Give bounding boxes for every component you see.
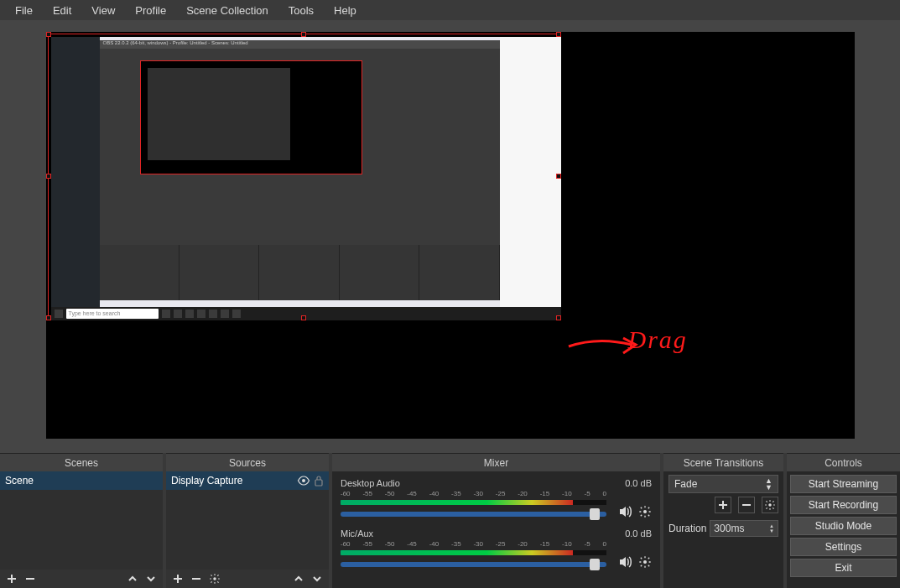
studio-mode-button[interactable]: Studio Mode bbox=[790, 517, 897, 535]
taskbar-search: Type here to search bbox=[66, 309, 159, 319]
resize-handle-br[interactable] bbox=[556, 315, 561, 320]
move-scene-up-button[interactable] bbox=[126, 572, 139, 585]
scenes-header: Scenes bbox=[0, 453, 163, 471]
transition-select[interactable]: Fade ▲▼ bbox=[668, 475, 778, 493]
menu-tools[interactable]: Tools bbox=[278, 2, 324, 19]
settings-button[interactable]: Settings bbox=[790, 538, 897, 556]
add-source-button[interactable] bbox=[171, 572, 185, 585]
speaker-icon[interactable] bbox=[618, 555, 632, 569]
volume-slider-track[interactable] bbox=[341, 512, 606, 517]
meter-ticks: -60-55-50-45-40-35-30-25-20-15-10-50 bbox=[341, 540, 606, 548]
source-item[interactable]: Display Capture bbox=[166, 471, 329, 490]
scenes-panel: Scenes Scene bbox=[0, 453, 163, 588]
lock-icon[interactable] bbox=[314, 475, 324, 487]
mixer-header: Mixer bbox=[332, 453, 660, 471]
duration-value: 300ms bbox=[714, 523, 744, 534]
speaker-icon[interactable] bbox=[618, 505, 632, 518]
menu-profile[interactable]: Profile bbox=[125, 2, 176, 19]
start-recording-button[interactable]: Start Recording bbox=[790, 496, 897, 514]
nested-obs-preview-2 bbox=[148, 68, 290, 160]
gear-icon[interactable] bbox=[638, 555, 652, 569]
scene-item[interactable]: Scene bbox=[0, 471, 163, 490]
mixer-body: Desktop Audio 0.0 dB -60-55-50-45-40-35-… bbox=[332, 471, 660, 588]
source-properties-button[interactable] bbox=[208, 572, 221, 585]
volume-slider-knob[interactable] bbox=[590, 559, 600, 570]
volume-meter-off bbox=[573, 500, 606, 505]
spinner-buttons[interactable]: ▲▼ bbox=[769, 523, 774, 533]
transitions-body: Fade ▲▼ Duration 300ms ▲▼ bbox=[663, 471, 783, 588]
eye-icon[interactable] bbox=[297, 476, 310, 486]
resize-handle-mr[interactable] bbox=[556, 174, 561, 179]
svg-point-0 bbox=[302, 479, 305, 482]
volume-meter bbox=[341, 500, 606, 505]
nested-obs-titlebar: OBS 22.0.2 (64-bit, windows) - Profile: … bbox=[100, 40, 500, 49]
source-item-label: Display Capture bbox=[171, 475, 242, 487]
volume-meter-off bbox=[573, 550, 606, 555]
volume-slider-knob[interactable] bbox=[590, 508, 600, 520]
resize-handle-ml[interactable] bbox=[46, 174, 51, 179]
sources-header: Sources bbox=[166, 453, 329, 471]
channel-db: 0.0 dB bbox=[625, 528, 652, 539]
controls-body: Start Streaming Start Recording Studio M… bbox=[787, 471, 900, 588]
controls-panel: Controls Start Streaming Start Recording… bbox=[787, 453, 900, 588]
exit-button[interactable]: Exit bbox=[790, 559, 897, 577]
resize-handle-bl[interactable] bbox=[46, 315, 51, 320]
menu-help[interactable]: Help bbox=[324, 2, 367, 19]
nested-obs-docks bbox=[100, 245, 500, 300]
captured-screenshot: OBS 22.0.2 (64-bit, windows) - Profile: … bbox=[51, 37, 561, 320]
resize-handle-tm[interactable] bbox=[301, 32, 306, 37]
meter-ticks: -60-55-50-45-40-35-30-25-20-15-10-50 bbox=[341, 490, 606, 497]
scene-item-label: Scene bbox=[5, 475, 34, 487]
resize-handle-tl[interactable] bbox=[46, 32, 51, 37]
mixer-channel-desktop-audio: Desktop Audio 0.0 dB -60-55-50-45-40-35-… bbox=[341, 478, 652, 508]
windows-taskbar: Type here to search bbox=[51, 307, 561, 320]
channel-db: 0.0 dB bbox=[625, 478, 652, 488]
move-source-up-button[interactable] bbox=[292, 572, 305, 585]
chevron-updown-icon: ▲▼ bbox=[765, 477, 773, 491]
channel-label: Desktop Audio bbox=[341, 478, 400, 488]
gear-icon[interactable] bbox=[638, 505, 652, 518]
add-scene-button[interactable] bbox=[5, 572, 18, 585]
remove-transition-button[interactable] bbox=[738, 497, 755, 513]
svg-point-5 bbox=[768, 503, 772, 507]
move-scene-down-button[interactable] bbox=[144, 572, 158, 585]
mixer-channel-mic-aux: Mic/Aux 0.0 dB -60-55-50-45-40-35-30-25-… bbox=[341, 528, 652, 559]
menu-edit[interactable]: Edit bbox=[43, 2, 81, 19]
duration-spinner[interactable]: 300ms ▲▼ bbox=[710, 520, 778, 537]
menu-file[interactable]: File bbox=[5, 2, 43, 19]
remove-scene-button[interactable] bbox=[23, 572, 37, 585]
scenes-toolbar bbox=[0, 570, 163, 588]
svg-point-2 bbox=[213, 577, 216, 580]
sources-list[interactable]: Display Capture bbox=[166, 471, 329, 570]
transition-properties-button[interactable] bbox=[762, 497, 778, 513]
resize-handle-tr[interactable] bbox=[556, 32, 561, 37]
menu-scene-collection[interactable]: Scene Collection bbox=[176, 2, 278, 19]
resize-handle-bm[interactable] bbox=[301, 315, 306, 320]
controls-header: Controls bbox=[787, 453, 900, 471]
start-streaming-button[interactable]: Start Streaming bbox=[790, 475, 897, 493]
volume-slider-track[interactable] bbox=[341, 562, 606, 567]
move-source-down-button[interactable] bbox=[310, 572, 324, 585]
transition-selected: Fade bbox=[674, 478, 697, 490]
menu-view[interactable]: View bbox=[81, 2, 125, 19]
transitions-panel: Scene Transitions Fade ▲▼ Duration bbox=[663, 453, 783, 588]
svg-rect-1 bbox=[315, 480, 322, 486]
source-selection-box[interactable]: OBS 22.0.2 (64-bit, windows) - Profile: … bbox=[48, 34, 559, 319]
add-transition-button[interactable] bbox=[715, 497, 731, 513]
preview-canvas[interactable]: OBS 22.0.2 (64-bit, windows) - Profile: … bbox=[46, 32, 855, 439]
sources-toolbar bbox=[166, 570, 329, 588]
browser-sidebar bbox=[500, 37, 561, 320]
svg-point-3 bbox=[643, 510, 647, 513]
docks: Scenes Scene Sources Disp bbox=[0, 453, 900, 588]
duration-label: Duration bbox=[668, 523, 706, 534]
start-button-icon bbox=[55, 310, 63, 318]
annotation-text: Drag bbox=[628, 325, 688, 354]
menubar: File Edit View Profile Scene Collection … bbox=[0, 0, 900, 20]
remove-source-button[interactable] bbox=[190, 572, 203, 585]
mixer-panel: Mixer Desktop Audio 0.0 dB -60-55-50-45-… bbox=[332, 453, 660, 588]
sources-panel: Sources Display Capture bbox=[166, 453, 329, 588]
nested-obs-preview bbox=[140, 60, 362, 174]
scenes-list[interactable]: Scene bbox=[0, 471, 163, 570]
preview-area: OBS 22.0.2 (64-bit, windows) - Profile: … bbox=[0, 20, 900, 453]
volume-meter bbox=[341, 550, 606, 555]
